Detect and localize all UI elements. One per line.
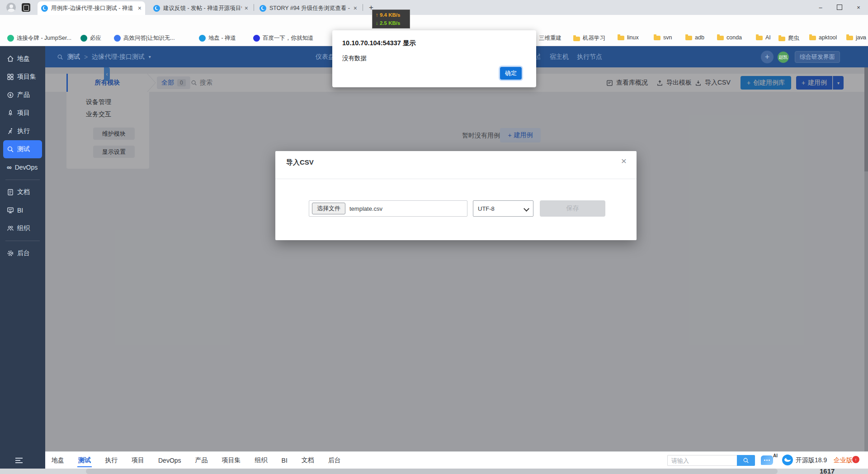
home-icon (7, 55, 14, 62)
sidebar-divider (5, 241, 40, 241)
scrollbar-thumb[interactable] (86, 469, 778, 474)
ai-label: AI (773, 453, 778, 458)
sidebar-item-admin[interactable]: 后台 (0, 244, 45, 262)
alert-dialog: 10.10.70.104:54337 显示 没有数据 确定 (332, 30, 536, 87)
search-icon (57, 54, 63, 60)
horizontal-scrollbar[interactable] (0, 469, 868, 474)
quick-search-button[interactable] (737, 455, 755, 466)
bottom-item-home[interactable]: 地盘 (51, 452, 65, 469)
modal-backdrop[interactable] (45, 67, 868, 451)
sidebar-item-test[interactable]: 测试 (3, 140, 42, 158)
bookmark-jumpserver[interactable]: 连接令牌 - JumpSer... (7, 34, 71, 42)
version-label: 开源版18.9 (796, 456, 827, 465)
breadcrumb: 测试 > 边缘代理-接口测试 ▾ (57, 46, 151, 67)
choose-file-button[interactable]: 选择文件 (312, 203, 345, 214)
qa-favicon (114, 35, 121, 42)
user-avatar[interactable]: 赵凯 (778, 52, 789, 63)
infinity-icon: ∞ (7, 165, 12, 170)
browser-workspaces-icon[interactable] (22, 3, 30, 12)
bookmark-folder-ai[interactable]: AI (756, 34, 771, 41)
bookmark-folder-ml[interactable]: 机器学习 (573, 34, 605, 42)
tab-feedback[interactable]: 建议反馈 - 发帖 - 禅道开源项目管理 × (150, 1, 252, 15)
gear-icon (7, 250, 14, 257)
bookmark-folder-apktool[interactable]: apktool (809, 34, 837, 41)
breadcrumb-section[interactable]: 测试 (67, 53, 80, 61)
alert-ok-button[interactable]: 确定 (500, 67, 522, 80)
zentao-logo[interactable] (782, 455, 793, 465)
bookmark-folder-adb[interactable]: adb (685, 34, 704, 41)
window-close-button[interactable]: × (849, 0, 868, 14)
folder-icon (717, 36, 724, 40)
nav-item-dashboard[interactable]: 仪表盘 (316, 46, 335, 67)
bottom-item-execution[interactable]: 执行 (104, 452, 118, 469)
bottom-item-org[interactable]: 组织 (254, 452, 269, 469)
bookmark-zentao[interactable]: 地盘 - 禅道 (199, 34, 236, 42)
ai-assistant-icon[interactable] (761, 455, 773, 465)
bookmark-folder-conda[interactable]: conda (717, 34, 742, 41)
sidebar-item-project[interactable]: 项目 (0, 104, 45, 122)
file-name: template.csv (349, 205, 382, 212)
window-maximize-button[interactable] (830, 0, 849, 14)
bookmark-folder-linux[interactable]: linux (618, 34, 639, 41)
nav-item-exec-node[interactable]: 执行节点 (577, 46, 602, 67)
window-minimize-button[interactable]: – (811, 0, 830, 14)
bookmarks-overflow-icon[interactable]: › (863, 34, 864, 41)
bottom-item-docs[interactable]: 文档 (301, 452, 315, 469)
browser-profile-icon[interactable] (6, 3, 16, 12)
browser-tab-bar: 用例库-边缘代理-接口测试 - 禅道 × 建议反馈 - 发帖 - 禅道开源项目管… (0, 0, 868, 15)
jumpserver-favicon (7, 35, 14, 42)
tab-close-icon[interactable]: × (354, 5, 357, 11)
caret-down-icon[interactable]: ▾ (149, 54, 151, 59)
file-input[interactable]: 选择文件 template.csv (309, 200, 467, 217)
tab-story[interactable]: STORY #94 升级任务浏览查看 - 边 × (256, 1, 361, 15)
network-speed-badge: ↑ 9.4 KB/s ↓ 2.5 KB/s (372, 9, 410, 28)
upgrade-link[interactable]: 企业版 (834, 456, 853, 465)
upload-speed: ↑ 9.4 KB/s (376, 11, 406, 19)
sidebar-item-bi[interactable]: BI (0, 201, 45, 219)
bookmark-folder-svn[interactable]: svn (654, 34, 672, 41)
import-csv-modal: 导入CSV × 选择文件 template.csv UTF-8 保存 (275, 151, 637, 240)
sidebar-item-product[interactable]: 产品 (0, 86, 45, 104)
bookmark-3d[interactable]: 三维重建 (539, 34, 561, 42)
tab-close-icon[interactable]: × (245, 5, 248, 11)
sidebar-collapse-icon[interactable] (15, 458, 23, 463)
workspace-switch-button[interactable]: 综合研发界面 (795, 51, 840, 63)
clipped-page-text: 1617 (820, 467, 835, 474)
bottom-item-devops[interactable]: DevOps (157, 453, 182, 468)
save-button-disabled[interactable]: 保存 (540, 200, 605, 217)
bookmark-qa[interactable]: 高效问答|让知识无... (114, 34, 175, 42)
zentao-favicon (199, 35, 206, 42)
bottom-item-project[interactable]: 项目 (131, 452, 145, 469)
bookmark-folder-spider[interactable]: 爬虫 (778, 34, 799, 42)
navbar-add-button[interactable]: + (761, 51, 774, 63)
bookmark-bing[interactable]: 必应 (80, 34, 101, 42)
modal-close-icon[interactable]: × (621, 156, 627, 166)
quick-search-input[interactable] (667, 455, 737, 466)
sidebar-item-org[interactable]: 组织 (0, 219, 45, 237)
sidebar-item-devops[interactable]: ∞ DevOps (0, 158, 45, 176)
bottom-item-bi[interactable]: BI (281, 453, 288, 468)
tab-caselib[interactable]: 用例库-边缘代理-接口测试 - 禅道 × (38, 1, 145, 15)
encoding-select[interactable]: UTF-8 (473, 200, 533, 217)
bottom-item-product[interactable]: 产品 (194, 452, 209, 469)
tab-title: 用例库-边缘代理-接口测试 - 禅道 (51, 5, 135, 12)
bottom-nav-items: 地盘 测试 执行 项目 DevOps 产品 项目集 组织 BI 文档 后台 (51, 452, 342, 469)
breadcrumb-item[interactable]: 边缘代理-接口测试 (92, 53, 145, 61)
folder-icon (778, 37, 785, 41)
tab-close-icon[interactable]: × (138, 5, 142, 11)
magnifier-icon (7, 146, 14, 153)
nav-item-host[interactable]: 宿主机 (550, 46, 569, 67)
bookmark-baidu[interactable]: 百度一下，你就知道 (253, 34, 314, 42)
nav-item-partial[interactable]: 点 (536, 46, 540, 67)
bottom-item-test[interactable]: 测试 (77, 452, 92, 469)
bottom-item-admin[interactable]: 后台 (327, 452, 342, 469)
upgrade-badge-icon[interactable]: ↑ (852, 456, 859, 463)
sidebar-item-home[interactable]: 地盘 (0, 50, 45, 68)
folder-icon (846, 36, 853, 40)
sidebar-item-docs[interactable]: 文档 (0, 183, 45, 201)
sidebar-divider (5, 180, 40, 180)
bottom-item-program[interactable]: 项目集 (221, 452, 242, 469)
folder-icon (756, 36, 763, 40)
sidebar-item-program[interactable]: 项目集 (0, 68, 45, 86)
sidebar-item-execution[interactable]: 执行 (0, 122, 45, 140)
